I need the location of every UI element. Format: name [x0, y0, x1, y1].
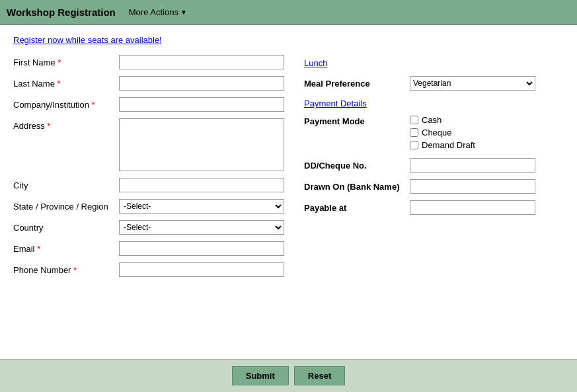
- lunch-section-title: Lunch: [304, 58, 564, 68]
- city-label: City: [13, 178, 119, 190]
- demand-draft-option[interactable]: Demand Draft: [410, 140, 475, 150]
- phone-required: *: [73, 265, 77, 275]
- last-name-label: Last Name *: [13, 76, 119, 89]
- payment-options: Cash Cheque Demand Draft: [410, 115, 475, 150]
- payment-section-title: Payment Details: [304, 98, 564, 108]
- country-label: Country: [13, 220, 119, 233]
- cash-checkbox[interactable]: [410, 116, 418, 124]
- payable-at-label: Payable at: [304, 203, 410, 213]
- more-actions-label: More Actions: [129, 7, 178, 17]
- first-name-required: *: [58, 58, 61, 67]
- register-notice[interactable]: Register now while seats are available!: [13, 35, 564, 45]
- last-name-input[interactable]: [119, 76, 284, 91]
- form-columns: First Name * Last Name * Company/Institu…: [13, 55, 564, 352]
- first-name-input[interactable]: [119, 55, 284, 69]
- city-input[interactable]: [119, 178, 284, 192]
- left-column: First Name * Last Name * Company/Institu…: [13, 55, 297, 352]
- submit-button[interactable]: Submit: [232, 366, 289, 385]
- address-required: *: [47, 121, 50, 131]
- payment-mode-label: Payment Mode: [304, 115, 410, 126]
- dd-cheque-input[interactable]: [410, 158, 535, 173]
- reset-button[interactable]: Reset: [294, 366, 345, 385]
- meal-preference-label: Meal Preference: [304, 79, 410, 89]
- country-row: Country -Select-: [13, 220, 284, 235]
- address-row: Address *: [13, 118, 284, 171]
- address-label: Address *: [13, 118, 119, 131]
- phone-row: Phone Number *: [13, 262, 284, 277]
- drawn-on-label: Drawn On (Bank Name): [304, 182, 410, 192]
- company-required: *: [92, 100, 95, 110]
- last-name-row: Last Name *: [13, 76, 284, 91]
- demand-draft-label: Demand Draft: [422, 140, 475, 150]
- state-row: State / Province / Region -Select-: [13, 199, 284, 214]
- drawn-on-input[interactable]: [410, 179, 535, 194]
- footer: Submit Reset: [0, 359, 577, 392]
- last-name-required: *: [58, 79, 61, 89]
- cash-option[interactable]: Cash: [410, 115, 475, 125]
- meal-preference-select[interactable]: Vegetarian Non-Vegetarian Vegan: [410, 76, 535, 91]
- dd-cheque-row: DD/Cheque No.: [304, 158, 564, 173]
- company-input[interactable]: [119, 97, 284, 112]
- first-name-row: First Name *: [13, 55, 284, 69]
- address-input[interactable]: [119, 118, 284, 171]
- header: Workshop Registration More Actions ▼: [0, 0, 577, 25]
- email-label: Email *: [13, 241, 119, 254]
- country-select[interactable]: -Select-: [119, 220, 284, 235]
- first-name-label: First Name *: [13, 55, 119, 67]
- email-required: *: [37, 244, 40, 254]
- demand-draft-checkbox[interactable]: [410, 141, 418, 149]
- state-select[interactable]: -Select-: [119, 199, 284, 214]
- email-input[interactable]: [119, 241, 284, 256]
- phone-label: Phone Number *: [13, 262, 119, 275]
- dd-cheque-label: DD/Cheque No.: [304, 161, 410, 171]
- payment-mode-row: Payment Mode Cash Cheque Demand Draft: [304, 115, 564, 150]
- city-row: City: [13, 178, 284, 192]
- content-area: Register now while seats are available! …: [0, 25, 577, 359]
- more-actions-menu[interactable]: More Actions ▼: [129, 7, 187, 17]
- more-actions-arrow-icon: ▼: [180, 9, 187, 16]
- payable-at-row: Payable at: [304, 200, 564, 215]
- cheque-checkbox[interactable]: [410, 128, 418, 137]
- page-title: Workshop Registration: [7, 7, 116, 18]
- cash-label: Cash: [422, 115, 442, 125]
- company-label: Company/Institution *: [13, 97, 119, 110]
- payable-at-input[interactable]: [410, 200, 535, 215]
- email-row: Email *: [13, 241, 284, 256]
- right-column: Lunch Meal Preference Vegetarian Non-Veg…: [297, 55, 564, 352]
- cheque-label: Cheque: [422, 128, 452, 137]
- meal-preference-row: Meal Preference Vegetarian Non-Vegetaria…: [304, 76, 564, 91]
- company-row: Company/Institution *: [13, 97, 284, 112]
- drawn-on-row: Drawn On (Bank Name): [304, 179, 564, 194]
- cheque-option[interactable]: Cheque: [410, 128, 475, 137]
- state-label: State / Province / Region: [13, 199, 119, 212]
- phone-input[interactable]: [119, 262, 284, 277]
